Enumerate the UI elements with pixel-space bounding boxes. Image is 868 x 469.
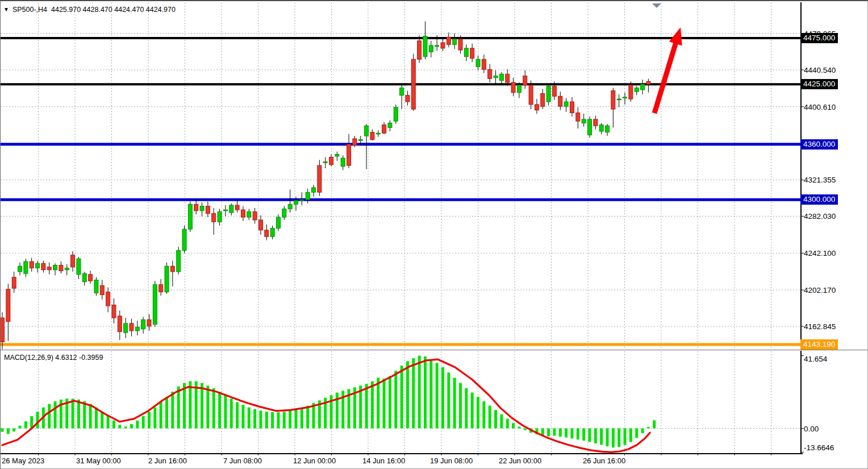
trading-chart-window: ▼SP500-,H4 4425.970 4428.470 4424.470 44… <box>0 0 868 469</box>
candlestick-series <box>1 22 650 350</box>
time-tick-label: 7 Jun 08:00 <box>223 456 262 465</box>
price-line-badge: 4425.000 <box>800 79 838 89</box>
time-tick-label: 2 Jun 16:00 <box>148 456 187 465</box>
time-tick-label: 12 Jun 00:00 <box>293 456 336 465</box>
time-tick-label: 19 Jun 08:00 <box>430 456 473 465</box>
trend-arrow[interactable] <box>654 27 682 113</box>
macd-tick-label: 0.00 <box>804 424 819 433</box>
macd-indicator-label: MACD(12,26,9) 4.6312 -0.3959 <box>4 354 103 362</box>
chart-ohlc-readout: ▼SP500-,H4 4425.970 4428.470 4424.470 44… <box>3 6 176 14</box>
price-tick-label: 4282.030 <box>804 212 836 221</box>
time-tick-label: 14 Jun 16:00 <box>362 456 405 465</box>
scroll-shift-marker-icon[interactable] <box>652 3 661 8</box>
price-tick-label: 4321.355 <box>804 176 836 184</box>
time-tick-label: 26 Jun 16:00 <box>583 456 625 465</box>
price-tick-label: 4202.170 <box>804 286 836 294</box>
price-line-badge: 4300.000 <box>800 194 838 205</box>
macd-tick-label: -13.6646 <box>804 443 834 452</box>
price-pane-gridlines <box>1 3 800 350</box>
time-tick-label: 22 Jun 00:00 <box>499 456 541 465</box>
time-tick-label: 26 May 2023 <box>2 456 44 465</box>
chart-canvas[interactable] <box>1 1 868 469</box>
chart-annotations[interactable] <box>652 3 682 113</box>
symbol-dropdown-icon[interactable]: ▼ <box>3 6 9 13</box>
price-line-badge: 4143.190 <box>800 339 838 350</box>
price-tick-label: 4162.845 <box>804 322 836 330</box>
time-tick-label: 31 May 00:00 <box>76 456 121 465</box>
price-line-badge: 4360.000 <box>800 139 838 150</box>
price-axis-separator <box>800 2 802 453</box>
support-resistance-lines[interactable] <box>1 38 800 345</box>
time-axis-baseline <box>1 453 803 454</box>
price-tick-label: 4242.100 <box>804 249 836 258</box>
pane-separator[interactable] <box>1 350 868 351</box>
macd-tick-label: 41.654 <box>804 355 827 363</box>
price-tick-label: 4440.540 <box>804 65 836 74</box>
symbol-timeframe-label: SP500-,H4 <box>12 6 47 14</box>
ohlc-values: 4425.970 4428.470 4424.470 4424.970 <box>51 6 176 14</box>
price-tick-label: 4400.610 <box>804 102 836 111</box>
price-line-badge: 4475.000 <box>800 33 838 43</box>
